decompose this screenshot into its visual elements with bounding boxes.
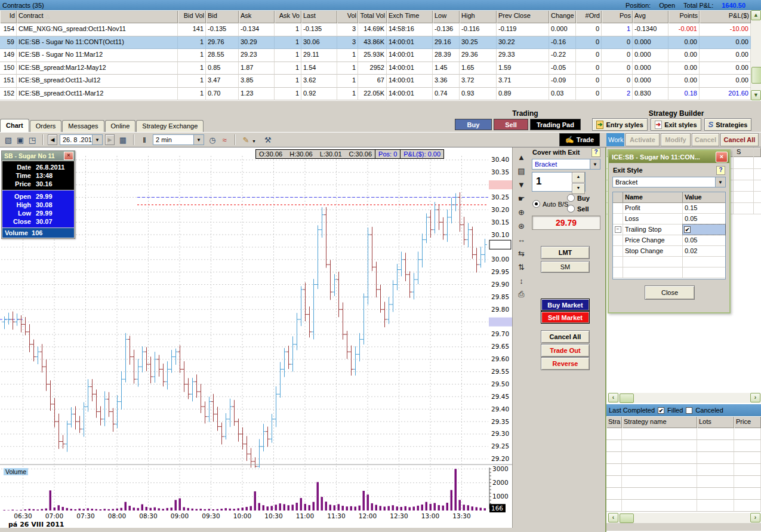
tab-messages[interactable]: Messages	[62, 120, 104, 132]
tab-orders[interactable]: Orders	[30, 120, 62, 132]
dialog-close-button[interactable]: Close	[645, 285, 695, 300]
help-icon[interactable]: ?	[716, 166, 725, 175]
column-header-id[interactable]: Id	[0, 10, 17, 23]
sell-radio-circle[interactable]	[567, 205, 575, 213]
contract-row-151[interactable]: 151ICE:SB_spread:Oct11-Jul1213.473.8513.…	[0, 75, 751, 88]
column-header-last[interactable]: Last	[301, 10, 337, 23]
next-date-button[interactable]: ▶	[105, 134, 115, 145]
column-header-contract[interactable]: Contract△	[17, 10, 178, 23]
column-header-p-l[interactable]: P&L($)	[700, 10, 751, 23]
print-icon[interactable]: ⎙	[516, 290, 528, 299]
entry-styles-button[interactable]: ➔ Entry styles	[592, 118, 648, 131]
column-header-ask-vo[interactable]: Ask Vo	[275, 10, 301, 23]
scroll-thumb[interactable]	[620, 393, 634, 403]
trade-out-button[interactable]: Trade Out	[541, 344, 590, 357]
scroll-up-button[interactable]: ▲	[751, 10, 761, 20]
strategy-column-stra[interactable]: Stra	[606, 416, 622, 428]
tab-chart[interactable]: Chart	[0, 119, 29, 132]
column-header-change[interactable]: Change	[549, 10, 576, 23]
trade-button[interactable]: ✍ Trade	[559, 133, 600, 146]
param-value[interactable]: 0.05	[683, 235, 725, 245]
auto-bs-radio[interactable]: Auto B/S	[532, 200, 568, 208]
trading-pad-button[interactable]: Trading Pad	[530, 119, 581, 130]
sm-button[interactable]: SM	[541, 261, 590, 273]
exit-param-row-loss[interactable]: Loss0.05	[613, 214, 725, 225]
column-header-points[interactable]: Points	[668, 10, 700, 23]
tick-chart-icon[interactable]: ≈	[218, 134, 230, 145]
column-header-bid[interactable]: Bid	[206, 10, 239, 23]
scroll-down-icon[interactable]: ▼	[516, 180, 528, 189]
strategy-column-strategy-name[interactable]: Strategy name	[622, 416, 697, 428]
contract-row-154[interactable]: 154CME_NXG:NG_spread:Oct11-Nov11141-0.13…	[0, 23, 751, 36]
bar-interval-icon[interactable]: ‖	[138, 134, 150, 145]
column-header-avg[interactable]: Avg	[633, 10, 668, 23]
tab-online[interactable]: Online	[105, 120, 136, 132]
collapse-icon[interactable]: −	[615, 226, 621, 233]
param-value[interactable]: 0.15	[683, 203, 725, 213]
column-header-vol[interactable]: Vol	[337, 10, 358, 23]
dropdown-arrow-icon[interactable]: ▼	[193, 135, 204, 144]
hand-tool-icon[interactable]: ☛	[516, 193, 528, 203]
panel-cancel-all-button[interactable]: Cancel All	[541, 330, 590, 343]
zoom-drag-icon[interactable]: ⊛	[516, 221, 528, 230]
buy-radio[interactable]: Buy	[567, 194, 590, 202]
compress-horizontal-icon[interactable]: ⇆	[516, 248, 528, 258]
new-chart-icon[interactable]: ▧	[2, 134, 14, 145]
cancel-button[interactable]: Cancel	[692, 133, 719, 146]
auto-bs-radio-circle[interactable]	[532, 200, 540, 208]
reverse-button[interactable]: Reverse	[541, 357, 590, 370]
column-header-prev-close[interactable]: Prev Close	[497, 10, 549, 23]
order-price-display[interactable]: 29.79	[532, 216, 600, 230]
filled-checkbox[interactable]: ✔	[658, 407, 664, 414]
copy-chart-icon[interactable]: ▣	[14, 134, 26, 145]
exit-style-select[interactable]: Bracket ▼	[612, 177, 726, 187]
scroll-thumb[interactable]	[620, 513, 634, 523]
scroll-thumb[interactable]	[751, 67, 761, 84]
contract-row-149[interactable]: 149ICE:SB - Sugar No 11:Mar12128.5529.23…	[0, 49, 751, 62]
sell-market-button[interactable]: Sell Market	[541, 311, 590, 324]
column-header-low[interactable]: Low	[433, 10, 460, 23]
sell-radio[interactable]: Sell	[567, 205, 589, 213]
dialog-titlebar[interactable]: ICE:SB - Sugar No 11:CON... ×	[609, 150, 729, 163]
exit-style-dialog[interactable]: ICE:SB - Sugar No 11:CON... × Exit Style…	[608, 149, 731, 313]
quantity-down-button[interactable]: ▼	[572, 183, 585, 194]
strategy-column-price[interactable]: Price	[734, 416, 761, 428]
param-value[interactable]: 0.02	[683, 246, 725, 256]
column-header-high[interactable]: High	[460, 10, 497, 23]
sell-button[interactable]: Sell	[494, 119, 528, 130]
exit-param-row-price-change[interactable]: Price Change0.05	[613, 235, 725, 246]
strategy-column-lots[interactable]: Lots	[697, 416, 734, 428]
contract-row-150[interactable]: 150ICE:SB_spread:Mar12-May1210.851.8711.…	[0, 62, 751, 75]
workspace-horizontal-scrollbar[interactable]: ‹ ›	[608, 393, 761, 403]
prev-date-button[interactable]: ◀	[48, 134, 57, 145]
close-icon[interactable]: ×	[64, 152, 73, 160]
activate-button[interactable]: Activate	[626, 133, 660, 146]
column-header-pos[interactable]: Pos	[602, 10, 633, 23]
column-header-ord[interactable]: #Ord	[576, 10, 602, 23]
help-icon[interactable]: ?	[591, 148, 600, 157]
scroll-up-icon[interactable]: ▲	[516, 152, 528, 162]
zoom-in-icon[interactable]: ⊕	[516, 207, 528, 217]
lmt-button[interactable]: LMT	[541, 246, 590, 259]
quantity-up-button[interactable]: ▲	[572, 172, 585, 183]
expand-vertical-icon[interactable]: ↕	[516, 276, 528, 285]
interval-select[interactable]: 2 min ▼	[153, 134, 204, 145]
cancel-all-orders-button[interactable]: Cancel All	[720, 133, 759, 146]
trailing-stop-checkbox[interactable]: ✔	[684, 226, 691, 233]
modify-button[interactable]: Modify	[661, 133, 691, 146]
contract-row-152[interactable]: 152ICE:SB_spread:Oct11-Mar1210.701.2310.…	[0, 88, 751, 101]
contracts-vertical-scrollbar[interactable]: ▲ ▼	[751, 10, 761, 100]
float-window-icon[interactable]: ◳	[26, 134, 38, 145]
scroll-right-button[interactable]: ›	[750, 393, 760, 402]
column-header-ask[interactable]: Ask	[239, 10, 275, 23]
canceled-checkbox[interactable]	[686, 407, 692, 414]
column-header-total-vol[interactable]: Total Vol	[358, 10, 387, 23]
scroll-right-button[interactable]: ›	[750, 513, 760, 522]
chart-date-select[interactable]: 26. 8 .2011 ▼	[60, 134, 103, 145]
price-ruler-icon[interactable]: ▤	[516, 166, 528, 176]
completed-horizontal-scrollbar[interactable]: ‹ ›	[608, 513, 761, 523]
strategies-button[interactable]: S Strategies	[704, 118, 752, 131]
exit-param-row-trailing-stop[interactable]: −Trailing Stop✔	[613, 225, 725, 235]
scroll-left-button[interactable]: ‹	[608, 393, 618, 402]
close-icon[interactable]: ×	[716, 152, 728, 162]
